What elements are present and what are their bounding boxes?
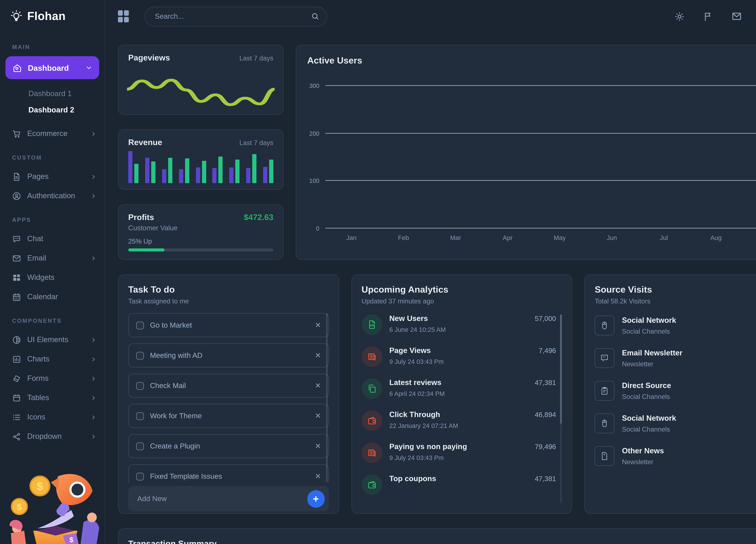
analytics-row: New Users 6 June 24 10:25 AM 57,000 xyxy=(362,314,556,335)
wallet-icon xyxy=(362,410,382,431)
table-icon xyxy=(12,393,21,402)
file-code-icon xyxy=(362,314,382,335)
analytics-item-title: Top coupons xyxy=(389,474,528,483)
task-row: Fixed Template Issues ✕ xyxy=(128,464,329,482)
close-icon[interactable]: ✕ xyxy=(315,351,321,360)
sidebar-item-label: Pages xyxy=(27,172,49,181)
tasks-title: Task To do xyxy=(128,284,329,294)
sidebar-item-charts[interactable]: Charts xyxy=(0,349,105,369)
revenue-bar xyxy=(263,167,267,183)
sidebar-item-label: Tables xyxy=(27,393,49,402)
revenue-bar-group xyxy=(213,157,223,183)
profits-progress-track xyxy=(128,249,273,252)
revenue-bar-group xyxy=(179,158,189,183)
x-tick-label: Jul xyxy=(656,234,672,241)
sidebar-item-forms[interactable]: Forms xyxy=(0,369,105,388)
active-users-plot xyxy=(325,86,756,229)
theme-sun-icon[interactable] xyxy=(674,11,685,21)
sidebar-item-pages[interactable]: Pages xyxy=(0,167,105,186)
task-checkbox[interactable] xyxy=(136,412,144,420)
sidebar-item-authentication[interactable]: Authentication xyxy=(0,186,105,206)
sidebar-item-icons[interactable]: Icons xyxy=(0,407,105,427)
y-tick-label: 300 xyxy=(309,83,319,89)
task-checkbox[interactable] xyxy=(136,442,144,450)
file-icon xyxy=(12,172,21,181)
sidebar-item-ui-elements[interactable]: UI Elements xyxy=(0,330,105,349)
add-task-button[interactable]: + xyxy=(307,490,325,507)
tasks-subtitle: Task assigned to me xyxy=(128,297,329,304)
task-checkbox[interactable] xyxy=(136,382,144,389)
chevron-right-icon xyxy=(91,131,96,136)
sidebar-item-dashboard[interactable]: Dashboard xyxy=(5,56,99,79)
analytics-row: Click Through 22 January 24 07:21 AM 46,… xyxy=(362,410,556,431)
forms-icon xyxy=(12,374,21,383)
analytics-row: Top coupons 47,381 xyxy=(362,474,556,495)
sidebar-item-calendar[interactable]: Calendar xyxy=(0,287,105,306)
task-checkbox[interactable] xyxy=(136,321,144,329)
flag-icon[interactable] xyxy=(703,11,713,21)
bar-chart-icon xyxy=(12,354,21,363)
close-icon[interactable]: ✕ xyxy=(315,472,321,480)
revenue-bar xyxy=(185,158,189,183)
task-checkbox[interactable] xyxy=(136,351,144,359)
sidebar-item-tables[interactable]: Tables xyxy=(0,388,105,407)
search-bar xyxy=(145,6,327,26)
file-icon xyxy=(595,446,615,466)
add-task-input[interactable] xyxy=(136,494,307,503)
mail-icon[interactable] xyxy=(731,11,742,22)
revenue-bar xyxy=(202,161,206,183)
revenue-bar xyxy=(219,157,223,183)
y-tick-label: 200 xyxy=(309,130,319,137)
search-input[interactable] xyxy=(154,11,311,21)
active-users-x-axis: JanFebMarAprMayJunJulAugSep xyxy=(325,234,756,241)
close-icon[interactable]: ✕ xyxy=(315,381,321,390)
logo[interactable]: Flohan xyxy=(0,0,105,33)
x-tick-label: Jan xyxy=(344,234,359,241)
analytics-item-value: 47,381 xyxy=(535,379,556,386)
revenue-bar-group xyxy=(229,160,240,183)
close-icon[interactable]: ✕ xyxy=(315,442,321,450)
close-icon[interactable]: ✕ xyxy=(315,321,321,329)
analytics-item-date: 9 July 24 03:43 Pm xyxy=(389,358,531,365)
logo-text: Flohan xyxy=(27,10,66,23)
source-row: Email Newsletter Newsletter 23,0000 -3.2… xyxy=(595,348,756,368)
task-row: Meeting with AD ✕ xyxy=(128,343,329,367)
source-subtitle: Newsletter xyxy=(622,458,756,465)
search-icon[interactable] xyxy=(311,12,319,21)
y-tick-label: 100 xyxy=(309,178,319,184)
clipboard-icon xyxy=(595,381,615,401)
copy-icon xyxy=(362,378,382,399)
tasks-card: Task To do Task assigned to me Go to Mar… xyxy=(118,274,339,514)
sidebar-item-chat[interactable]: Chat xyxy=(0,229,105,249)
sidebar-item-label: Ecommerce xyxy=(27,129,68,138)
task-checkbox[interactable] xyxy=(136,472,144,480)
task-list-scrollbar[interactable] xyxy=(326,313,328,482)
sidebar-item-widgets[interactable]: Widgets xyxy=(0,268,105,287)
grid-menu-button[interactable] xyxy=(118,10,130,22)
sidebar-item-dropdown[interactable]: Dropdown xyxy=(0,427,105,446)
analytics-subtitle: Updated 37 minutes ago xyxy=(362,297,562,304)
chat-icon xyxy=(12,234,21,243)
chevron-right-icon xyxy=(91,356,96,362)
svg-text:$: $ xyxy=(17,502,22,512)
analytics-scrollbar-thumb[interactable] xyxy=(560,314,562,424)
sidebar-item-dashboard-1[interactable]: Dashboard 1 xyxy=(0,85,105,102)
topbar xyxy=(105,0,756,33)
analytics-item-title: Latest reviews xyxy=(389,378,528,387)
revenue-bar-group xyxy=(196,161,206,183)
analytics-item-date: 6 June 24 10:25 AM xyxy=(389,326,528,333)
sidebar-item-ecommerce[interactable]: Ecommerce xyxy=(0,124,105,143)
close-icon[interactable]: ✕ xyxy=(315,412,321,420)
add-task-row: + xyxy=(128,486,329,511)
share-nodes-icon xyxy=(12,432,21,441)
x-tick-label: May xyxy=(552,234,568,241)
sidebar-item-email[interactable]: Email xyxy=(0,249,105,268)
sidebar-item-dashboard-2[interactable]: Dashboard 2 xyxy=(0,102,105,118)
list-icon xyxy=(12,412,21,422)
revenue-bar-group xyxy=(263,160,273,183)
profits-title: Profits xyxy=(128,213,154,222)
revenue-bar-group xyxy=(145,158,155,183)
revenue-bar xyxy=(196,168,200,183)
revenue-bar xyxy=(229,167,234,183)
sidebar-item-label: Authentication xyxy=(27,192,75,200)
